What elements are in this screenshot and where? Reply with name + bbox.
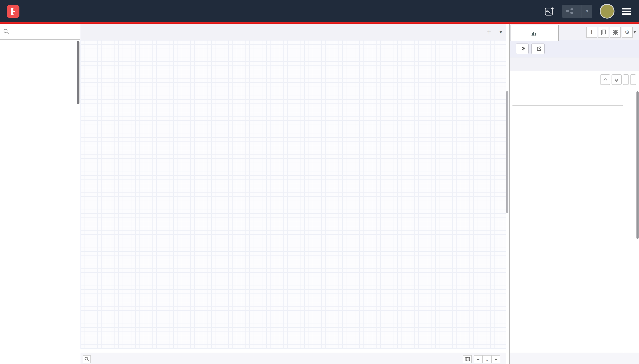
palette-search-input[interactable] xyxy=(12,28,68,35)
search-icon xyxy=(4,29,9,34)
tab-dashboard-2[interactable] xyxy=(510,25,559,41)
node-palette xyxy=(0,24,80,364)
user-avatar[interactable] xyxy=(600,4,614,18)
layout-tree xyxy=(512,105,623,363)
debug-sidebar-button[interactable] xyxy=(610,26,621,38)
sidebar-tabs-caret[interactable]: ▾ xyxy=(633,29,636,35)
external-link-icon xyxy=(537,46,542,51)
zoom-out-button[interactable]: − xyxy=(474,355,483,363)
right-sidebar: i ⚙ ▾ ⚙ xyxy=(509,24,639,364)
canvas-search-button[interactable] xyxy=(83,355,91,363)
config-nodes-button[interactable]: ⚙ xyxy=(622,26,633,38)
node-red-app: ▾ + ▾ xyxy=(0,0,639,364)
dashboard-subtabs xyxy=(510,58,639,71)
gear-icon: ⚙ xyxy=(521,46,525,52)
sidebar-scrollbar[interactable] xyxy=(636,91,638,239)
expand-all-button[interactable] xyxy=(611,74,622,85)
zoom-in-button[interactable]: + xyxy=(491,355,500,363)
wires-layer xyxy=(80,40,506,349)
add-page-button[interactable] xyxy=(630,74,636,85)
add-flow-button[interactable]: + xyxy=(487,28,491,36)
canvas-vscroll-track[interactable] xyxy=(506,40,509,352)
app-header: ▾ xyxy=(0,0,639,24)
canvas-footer: − ○ + xyxy=(80,352,506,364)
edit-settings-button[interactable]: ⚙ xyxy=(516,43,529,54)
deploy-options-caret[interactable]: ▾ xyxy=(582,8,592,14)
canvas-vscroll-thumb[interactable] xyxy=(506,91,508,213)
workspace-tab-bar: + ▾ xyxy=(80,24,506,40)
bar-chart-icon xyxy=(531,30,536,36)
dashboard-header-row: ⚙ xyxy=(510,40,639,58)
main-menu-icon[interactable] xyxy=(622,8,631,14)
palette-search[interactable] xyxy=(0,24,80,40)
info-sidebar-button[interactable]: i xyxy=(586,26,597,38)
minimap-button[interactable] xyxy=(463,355,472,363)
sidebar-footer xyxy=(510,352,639,364)
zoom-reset-button[interactable]: ○ xyxy=(483,355,491,363)
flow-list-caret[interactable]: ▾ xyxy=(500,29,502,35)
ai-assistant-icon[interactable] xyxy=(544,6,555,16)
deploy-nodes-icon xyxy=(566,8,573,14)
palette-scrollbar[interactable] xyxy=(77,41,80,104)
flowfuse-logo xyxy=(7,5,20,18)
help-sidebar-button[interactable] xyxy=(598,26,609,38)
deploy-button[interactable]: ▾ xyxy=(562,4,592,18)
flow-canvas[interactable] xyxy=(80,40,506,349)
open-dashboard-button[interactable] xyxy=(531,43,545,54)
add-link-button[interactable] xyxy=(623,74,629,85)
collapse-all-button[interactable] xyxy=(600,74,610,85)
sidebar-tab-bar: i ⚙ ▾ xyxy=(510,24,639,40)
